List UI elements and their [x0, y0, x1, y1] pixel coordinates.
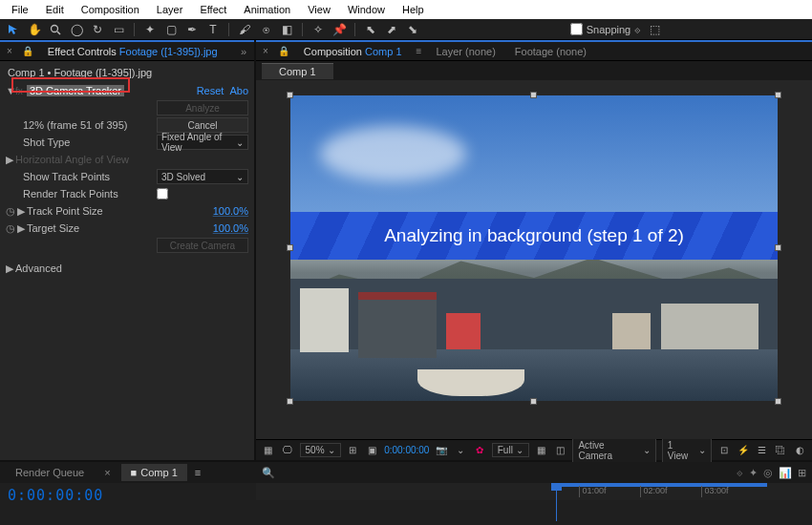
effect-twisty-icon[interactable]: ▼: [6, 85, 15, 96]
channel-icon[interactable]: ✿: [473, 445, 486, 455]
panel-menu-icon[interactable]: ≡: [195, 467, 201, 478]
transform-handle[interactable]: [287, 92, 293, 98]
timeline-switch-icon[interactable]: ⊞: [798, 467, 806, 479]
target-size-value[interactable]: 100.0%: [213, 222, 248, 234]
timeline-icon[interactable]: ☰: [756, 445, 769, 455]
exposure-icon[interactable]: ◐: [793, 445, 806, 455]
analyze-button[interactable]: Analyze: [157, 100, 248, 116]
close-panel-icon[interactable]: ×: [4, 46, 15, 56]
snapping-checkbox[interactable]: [570, 23, 583, 35]
tpsize-twisty-icon[interactable]: ▶: [17, 205, 27, 218]
track-point-size-value[interactable]: 100.0%: [213, 205, 248, 217]
timeline-fx-icon[interactable]: ✦: [749, 467, 758, 479]
zoom-dropdown[interactable]: 50%⌄: [300, 443, 341, 457]
canvas[interactable]: Analyzing in background (step 1 of 2): [290, 95, 778, 401]
pen-tool-icon[interactable]: ✒: [184, 22, 200, 37]
type-tool-icon[interactable]: T: [205, 22, 221, 37]
lock-panel-icon[interactable]: 🔒: [19, 46, 36, 56]
alpha-icon[interactable]: ▦: [262, 445, 275, 455]
mask-icon[interactable]: ◫: [554, 445, 567, 455]
transform-handle[interactable]: [775, 92, 781, 98]
clone-tool-icon[interactable]: ⍟: [258, 22, 273, 37]
snapshot-icon[interactable]: 📷: [435, 445, 448, 455]
render-track-points-checkbox[interactable]: [157, 188, 168, 200]
roi-icon[interactable]: ▣: [365, 445, 378, 455]
timeline-shy-icon[interactable]: ⟐: [737, 467, 743, 478]
menu-help[interactable]: Help: [395, 2, 432, 17]
composition-tab[interactable]: Composition Comp 1: [296, 43, 410, 60]
views-dropdown[interactable]: 1 View⌄: [662, 438, 712, 463]
stopwatch-icon[interactable]: ◷: [6, 222, 15, 235]
menu-edit[interactable]: Edit: [38, 2, 72, 17]
tab-layer-link[interactable]: Footage ([1-395]).jpg: [119, 46, 218, 57]
rotate-tool-icon[interactable]: ↻: [90, 22, 105, 37]
anchor-tool-icon[interactable]: ✦: [142, 22, 158, 37]
pixel-aspect-icon[interactable]: ⊡: [717, 445, 731, 455]
timeline-search-icon[interactable]: 🔍: [262, 467, 275, 479]
stopwatch-icon[interactable]: ◷: [6, 205, 15, 218]
flowchart-icon[interactable]: ⿻: [774, 445, 787, 455]
viewer-timecode[interactable]: 0:00:00:00: [384, 445, 429, 455]
layer-tab[interactable]: Layer (none): [428, 43, 502, 60]
timeline-timecode[interactable]: 0:00:00:00: [0, 483, 256, 508]
menu-view[interactable]: View: [300, 2, 338, 17]
shape-tool-icon[interactable]: ▢: [163, 22, 179, 37]
search-icon[interactable]: ⬚: [647, 22, 662, 37]
panel-menu-icon[interactable]: ≡: [414, 46, 425, 56]
transform-handle[interactable]: [287, 398, 293, 405]
camera-tool-icon[interactable]: ▭: [111, 22, 126, 37]
timeline-comp-tab[interactable]: ■ Comp 1: [121, 464, 187, 481]
reset-link[interactable]: Reset: [197, 85, 224, 96]
timeline-ruler[interactable]: 01:00f 02:00f 03:00f: [256, 483, 812, 500]
panel-menu-icon[interactable]: »: [237, 46, 250, 57]
transform-handle[interactable]: [775, 398, 781, 405]
brush-tool-icon[interactable]: 🖌: [237, 22, 252, 37]
transform-handle[interactable]: [530, 398, 537, 405]
timeline-mb-icon[interactable]: ◎: [763, 467, 773, 479]
lock-panel-icon[interactable]: 🔒: [275, 46, 292, 56]
menu-animation[interactable]: Animation: [236, 2, 298, 17]
hangle-twisty-icon[interactable]: ▶: [6, 154, 15, 166]
eraser-tool-icon[interactable]: ◧: [279, 22, 294, 37]
channel-chevron-icon[interactable]: ⌄: [454, 445, 467, 455]
camera-dropdown[interactable]: Active Camera⌄: [572, 438, 655, 463]
show-track-points-dropdown[interactable]: 3D Solved⌄: [157, 169, 248, 184]
display-icon[interactable]: 🖵: [281, 445, 294, 455]
fx-icon[interactable]: fx: [15, 86, 27, 96]
puppet-tool-icon[interactable]: 📌: [331, 22, 347, 37]
render-queue-tab[interactable]: Render Queue: [6, 464, 94, 481]
viewport[interactable]: Analyzing in background (step 1 of 2): [256, 80, 812, 439]
target-twisty-icon[interactable]: ▶: [17, 222, 27, 235]
world-axis-icon[interactable]: ⬈: [384, 22, 399, 37]
selection-tool-icon[interactable]: [6, 22, 21, 37]
timeline-graph-icon[interactable]: 📊: [779, 467, 792, 479]
cancel-button[interactable]: Cancel: [157, 117, 248, 133]
transform-handle[interactable]: [530, 92, 537, 98]
menu-effect[interactable]: Effect: [192, 2, 234, 17]
res-icon[interactable]: ⊞: [347, 445, 360, 455]
view-axis-icon[interactable]: ⬊: [405, 22, 420, 37]
menu-window[interactable]: Window: [340, 2, 393, 17]
effect-name[interactable]: 3D Camera Tracker: [27, 85, 124, 96]
footage-tab[interactable]: Footage (none): [507, 43, 594, 60]
create-camera-button[interactable]: Create Camera: [157, 238, 248, 253]
playhead[interactable]: [556, 483, 557, 521]
snapping-toggle[interactable]: Snapping ⟐: [570, 23, 642, 35]
shot-type-dropdown[interactable]: Fixed Angle of View⌄: [157, 135, 248, 150]
fast-preview-icon[interactable]: ⚡: [737, 445, 750, 455]
menu-layer[interactable]: Layer: [149, 2, 191, 17]
local-axis-icon[interactable]: ⬉: [363, 22, 378, 37]
menu-file[interactable]: File: [4, 2, 36, 17]
transparency-icon[interactable]: ▦: [535, 445, 548, 455]
zoom-tool-icon[interactable]: [48, 22, 63, 37]
about-link[interactable]: Abo: [229, 85, 248, 96]
transform-handle[interactable]: [775, 244, 781, 251]
close-panel-icon[interactable]: ×: [260, 46, 271, 56]
hand-tool-icon[interactable]: ✋: [27, 22, 42, 37]
close-tab-icon[interactable]: ×: [101, 467, 113, 478]
snapping-options-icon[interactable]: ⟐: [634, 24, 641, 35]
resolution-dropdown[interactable]: Full⌄: [492, 443, 529, 457]
orbit-tool-icon[interactable]: ◯: [69, 22, 84, 37]
menu-composition[interactable]: Composition: [74, 2, 147, 17]
advanced-twisty-icon[interactable]: ▶: [6, 262, 15, 275]
